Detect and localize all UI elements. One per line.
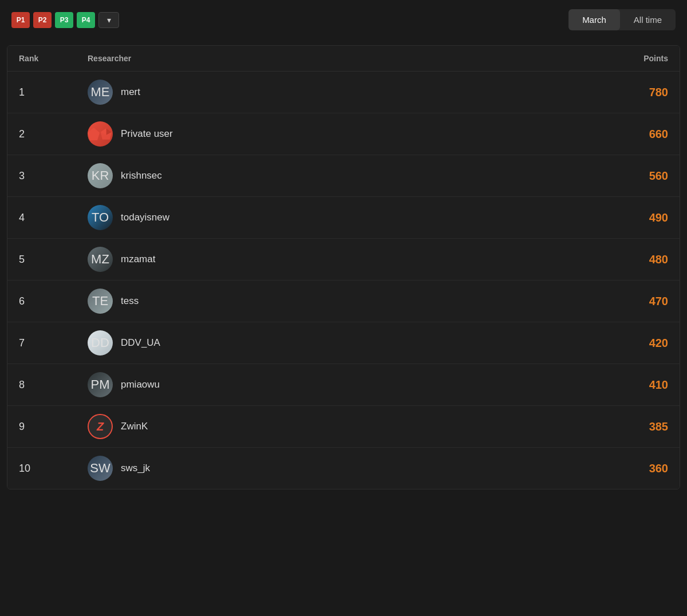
all-time-button[interactable]: All time [620,9,676,30]
points-value: 490 [577,211,668,224]
researcher-cell: DD DDV_UA [88,330,577,356]
priority-p3-badge[interactable]: P3 [55,12,73,28]
rank-value: 10 [19,463,88,475]
avatar: PM [88,372,113,397]
researcher-name: Private user [121,128,173,140]
points-value: 780 [577,86,668,99]
researcher-cell: Private user [88,121,577,147]
priority-p1-badge[interactable]: P1 [11,12,30,28]
avatar: SW [88,456,113,481]
points-value: 480 [577,253,668,266]
table-row[interactable]: 6 TE tess 470 [7,281,680,322]
points-column-header: Points [577,54,668,63]
left-controls: P1 P2 P3 P4 ▾ [11,12,119,28]
points-value: 470 [577,295,668,308]
rank-value: 7 [19,337,88,349]
points-value: 560 [577,169,668,183]
avatar-icon: MZ [91,252,109,267]
researcher-cell: TO todayisnew [88,205,577,230]
avatar-icon: KR [92,168,109,183]
priority-dropdown-button[interactable]: ▾ [98,12,119,28]
avatar: KR [88,163,113,188]
avatar: TO [88,205,113,230]
table-row[interactable]: 1 ME mert 780 [7,72,680,113]
rank-value: 3 [19,170,88,182]
priority-p4-badge[interactable]: P4 [77,12,95,28]
avatar: TE [88,289,113,314]
points-value: 410 [577,378,668,392]
avatar-icon: TE [92,294,108,309]
researcher-name: pmiaowu [121,379,160,390]
researcher-cell: MZ mzamat [88,247,577,272]
avatar: Z [88,414,113,439]
points-value: 360 [577,462,668,475]
rank-value: 1 [19,86,88,98]
priority-p2-badge[interactable]: P2 [33,12,52,28]
researcher-name: todayisnew [121,212,169,223]
table-row[interactable]: 3 KR krishnsec 560 [7,155,680,197]
table-body: 1 ME mert 780 2 Private user 660 3 KR kr… [7,72,680,489]
researcher-name: tess [121,295,139,307]
avatar [88,121,113,147]
researcher-name: mzamat [121,254,155,265]
researcher-cell: ME mert [88,80,577,105]
table-row[interactable]: 10 SW sws_jk 360 [7,448,680,489]
avatar-icon: PM [91,377,110,392]
rank-value: 4 [19,212,88,224]
rank-value: 8 [19,379,88,391]
researcher-cell: Z ZwinK [88,414,577,439]
table-header: Rank Researcher Points [7,46,680,72]
researcher-name: sws_jk [121,463,150,474]
researcher-name: ZwinK [121,421,148,432]
march-button[interactable]: March [568,9,620,30]
avatar: MZ [88,247,113,272]
researcher-column-header: Researcher [88,54,577,63]
avatar: DD [88,330,113,356]
table-row[interactable]: 2 Private user 660 [7,113,680,155]
avatar-icon: SW [90,461,110,476]
rank-column-header: Rank [19,54,88,63]
points-value: 660 [577,128,668,141]
researcher-name: mert [121,86,140,98]
avatar-icon: DD [91,335,109,350]
time-period-selector: March All time [568,9,676,30]
rank-value: 9 [19,421,88,433]
researcher-cell: KR krishnsec [88,163,577,188]
leaderboard-table: Rank Researcher Points 1 ME mert 780 2 P… [7,45,680,489]
table-row[interactable]: 7 DD DDV_UA 420 [7,322,680,364]
table-row[interactable]: 5 MZ mzamat 480 [7,239,680,281]
avatar-icon: TO [92,210,109,225]
table-row[interactable]: 9 Z ZwinK 385 [7,406,680,448]
table-row[interactable]: 8 PM pmiaowu 410 [7,364,680,406]
rank-value: 5 [19,254,88,266]
table-row[interactable]: 4 TO todayisnew 490 [7,197,680,239]
researcher-cell: SW sws_jk [88,456,577,481]
points-value: 385 [577,420,668,433]
points-value: 420 [577,337,668,350]
avatar: ME [88,80,113,105]
top-bar: P1 P2 P3 P4 ▾ March All time [0,0,687,40]
rank-value: 2 [19,128,88,140]
researcher-name: krishnsec [121,170,162,181]
researcher-cell: PM pmiaowu [88,372,577,397]
avatar-icon: ME [91,85,110,100]
researcher-name: DDV_UA [121,337,160,349]
rank-value: 6 [19,295,88,307]
researcher-cell: TE tess [88,289,577,314]
